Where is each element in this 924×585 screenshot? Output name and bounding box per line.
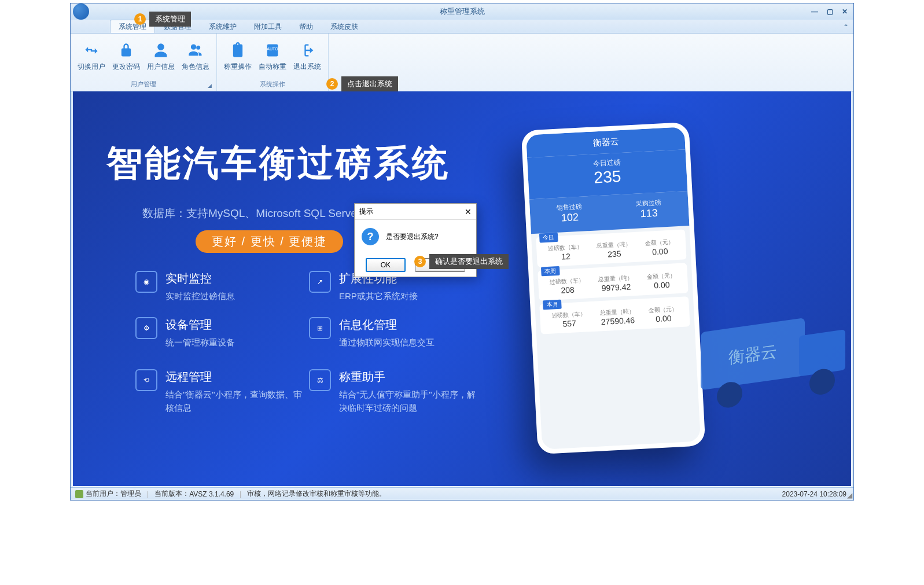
status-user-value: 管理员 — [120, 489, 141, 499]
feature-device: ⚙ 设备管理统一管理称重设备 — [135, 317, 235, 349]
feature-info: ⊞ 信息化管理通过物联网实现信息交互 — [309, 317, 435, 349]
tab-skin[interactable]: 系统皮肤 — [322, 20, 367, 33]
ribbon-item-label: 退出系统 — [293, 62, 321, 72]
annotation-text: 点击退出系统 — [341, 76, 398, 91]
ribbon-item-label: 用户信息 — [147, 62, 175, 72]
status-version-value: AVSZ 3.1.4.69 — [189, 490, 234, 498]
lock-icon — [118, 42, 134, 58]
ribbon-group-label: 用户管理◢ — [74, 79, 213, 90]
change-password-button[interactable]: 更改密码 — [109, 35, 143, 79]
tab-help[interactable]: 帮助 — [290, 20, 322, 33]
app-logo-icon — [73, 3, 89, 20]
dialog-titlebar: 提示 ✕ — [355, 204, 476, 220]
minimize-button[interactable]: — — [809, 7, 820, 16]
annotation-badge: 2 — [326, 78, 338, 90]
remote-icon: ⟲ — [135, 369, 157, 391]
role-icon — [187, 42, 204, 58]
hero-title: 智能汽车衡过磅系统 — [106, 139, 450, 187]
ribbon-collapse-icon[interactable]: ⌃ — [843, 23, 849, 31]
ribbon-group-label: 系统操作 — [220, 79, 325, 90]
dialog-message: 是否要退出系统? — [386, 232, 439, 242]
weighing-op-button[interactable]: 称重操作 — [220, 35, 255, 79]
close-button[interactable]: ✕ — [840, 7, 850, 16]
tab-system-maintain[interactable]: 系统维护 — [200, 20, 245, 33]
status-bar: 当前用户： 管理员 | 当前版本： AVSZ 3.1.4.69 | 审核，网络记… — [71, 487, 853, 500]
dialog-title-text: 提示 — [359, 207, 373, 216]
ribbon-group-user: 切换用户 更改密码 用户信息 角色信息 用户管理◢ — [71, 34, 217, 91]
ribbon-item-label: 称重操作 — [224, 62, 252, 72]
phone-card: 今日 过磅数（车）12总重量（吨）235金额（元）0.00 — [536, 229, 686, 267]
user-status-icon — [75, 490, 83, 498]
ribbon-content: 切换用户 更改密码 用户信息 角色信息 用户管理◢ — [71, 34, 853, 91]
scale-icon: ⚖ — [309, 369, 331, 391]
annotation-2: 2 点击退出系统 — [326, 76, 398, 91]
resize-grip-icon[interactable]: ◢ — [847, 491, 852, 499]
ribbon-item-label: 角色信息 — [182, 62, 209, 72]
clipboard-icon — [230, 42, 246, 58]
annotation-badge: 1 — [134, 13, 146, 25]
dialog-body: ? 是否要退出系统? — [355, 220, 476, 253]
role-info-button[interactable]: 角色信息 — [178, 35, 213, 79]
window-title: 称重管理系统 — [440, 6, 485, 17]
annotation-text: 确认是否要退出系统 — [429, 254, 509, 269]
annotation-text: 系统管理 — [149, 12, 191, 27]
user-icon — [153, 42, 169, 58]
monitor-icon: ◉ — [135, 271, 157, 293]
maximize-button[interactable]: ▢ — [824, 7, 835, 16]
status-scroll-text: 审核，网络记录修改审核和称重审核等功能。 — [247, 489, 386, 499]
ribbon-item-label: 更改密码 — [112, 62, 140, 72]
exit-icon — [299, 42, 315, 58]
svg-text:AUTO: AUTO — [267, 47, 278, 51]
feature-monitor: ◉ 实时监控实时监控过磅信息 — [135, 271, 235, 303]
hero-subtitle: 数据库：支持MySQL、Microsoft SQL Server — [142, 206, 360, 221]
phone-card-tag: 本月 — [543, 300, 562, 310]
annotation-3: 3 确认是否要退出系统 — [414, 254, 509, 269]
group-expand-icon[interactable]: ◢ — [208, 83, 212, 89]
phone-screen: 衡器云 今日过磅 235 销售过磅102 采购过磅113 今日 过磅数（车）12… — [526, 127, 701, 450]
ok-button[interactable]: OK — [366, 258, 406, 272]
content-area: 智能汽车衡过磅系统 数据库：支持MySQL、Microsoft SQL Serv… — [73, 91, 851, 486]
ribbon-item-label: 切换用户 — [78, 62, 105, 72]
annotation-badge: 3 — [414, 256, 426, 267]
phone-card-tag: 今日 — [539, 233, 558, 243]
feature-remote: ⟲ 远程管理结合"衡器云"小程序，查询数据、审核信息 — [135, 369, 304, 414]
dialog-close-button[interactable]: ✕ — [465, 207, 472, 216]
extend-icon: ↗ — [309, 271, 331, 293]
auto-weighing-button[interactable]: AUTO 自动称重 — [255, 35, 290, 79]
annotation-1: 1 系统管理 — [134, 12, 191, 27]
app-window: 称重管理系统 — ▢ ✕ 系统管理 数据管理 系统维护 附加工具 帮助 系统皮肤… — [70, 3, 854, 501]
ribbon-item-label: 自动称重 — [259, 62, 286, 72]
truck-graphic: 衡器云 — [678, 301, 851, 440]
auto-icon: AUTO — [264, 42, 281, 58]
phone-card: 本月 过磅数（车）557总重量（吨）27590.46金额（元）0.00 — [539, 296, 690, 334]
question-icon: ? — [362, 228, 379, 245]
device-icon: ⚙ — [135, 317, 157, 339]
phone-card-tag: 本周 — [541, 266, 560, 277]
window-controls: — ▢ ✕ — [809, 7, 850, 16]
phone-card: 本周 过磅数（车）208总重量（吨）9979.42金额（元）0.00 — [538, 263, 688, 300]
status-datetime: 2023-07-24 10:28:09 — [782, 490, 846, 498]
hero-badge: 更好 / 更快 / 更便捷 — [196, 230, 343, 253]
switch-user-icon — [83, 42, 100, 58]
info-icon: ⊞ — [309, 317, 331, 339]
exit-system-button[interactable]: 退出系统 — [290, 35, 325, 79]
user-info-button[interactable]: 用户信息 — [143, 35, 178, 79]
status-version-label: 当前版本： — [154, 489, 189, 499]
status-user-label: 当前用户： — [86, 489, 120, 499]
switch-user-button[interactable]: 切换用户 — [74, 35, 109, 79]
feature-assist: ⚖ 称重助手结合"无人值守称重助手"小程序，解决临时车过磅的问题 — [309, 369, 478, 414]
ribbon-group-system: 称重操作 AUTO 自动称重 退出系统 系统操作 — [217, 34, 329, 91]
tab-addon-tools[interactable]: 附加工具 — [245, 20, 290, 33]
